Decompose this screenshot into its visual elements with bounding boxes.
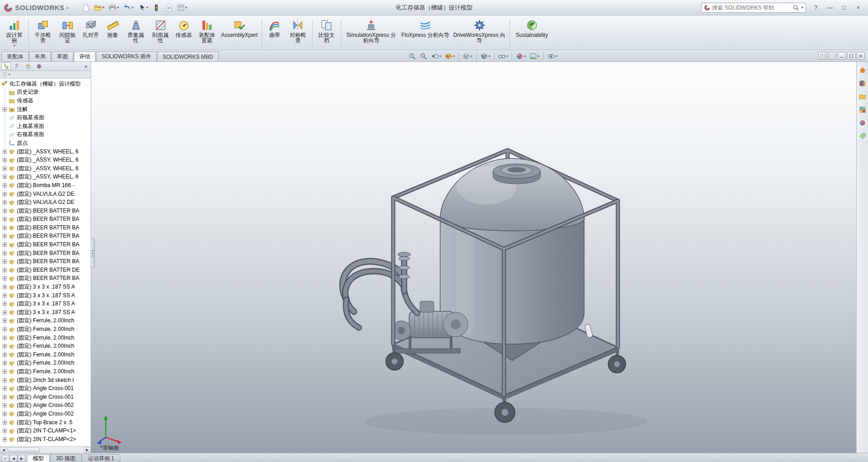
expand-toggle-icon[interactable] [3, 294, 7, 298]
command-tab[interactable]: 布局 [29, 51, 51, 61]
scroll-right-button[interactable]: ▶ [84, 447, 91, 453]
expand-toggle-icon[interactable] [3, 344, 7, 348]
tree-item[interactable]: (固定) Top Brace 2 x .5 [0, 418, 91, 427]
command-tab[interactable]: SOLIDWORKS MBD [157, 51, 219, 61]
propertymanager-tab[interactable] [12, 62, 22, 70]
tree-item[interactable]: (固定) Angle Cross-001 [0, 393, 91, 401]
split-pane-horizontal-button[interactable] [828, 52, 836, 60]
ribbon-button[interactable]: 比较文档 [314, 17, 339, 49]
tree-item[interactable]: (固定) 2inch 3d sketch t [0, 376, 91, 385]
scroll-left-button[interactable]: ◀ [0, 447, 7, 453]
tree-item[interactable]: (固定) Ferrule, 2.00Inch [0, 342, 91, 350]
apply-scene-button[interactable]: ▾ [528, 51, 541, 61]
tree-item[interactable]: (固定) 2IN T-CLAMP<1> [0, 426, 91, 435]
edit-appearance-button[interactable]: ▾ [514, 51, 527, 61]
filter-funnel-icon[interactable] [2, 72, 7, 77]
tree-item[interactable]: (固定) Angle Cross-001 [0, 384, 91, 393]
featuremanager-tab[interactable] [1, 62, 11, 70]
tree-item[interactable]: (固定) BEER BATTER BA [0, 207, 91, 215]
tree-item[interactable]: (固定) Angle Cross-002 [0, 410, 91, 418]
chevron-down-icon[interactable]: ▾ [117, 5, 119, 10]
expand-toggle-icon[interactable] [3, 175, 7, 179]
tree-item[interactable]: (固定) 3 x 3 x .187 SS A [0, 308, 91, 317]
panel-splitter[interactable] [91, 239, 95, 268]
tree-item[interactable]: (固定) BEER BATTER BA [0, 274, 91, 283]
command-tab[interactable]: 评估 [74, 51, 96, 61]
minimize-pane-button[interactable] [837, 52, 846, 60]
expand-toggle-icon[interactable] [3, 310, 7, 315]
expand-toggle-icon[interactable] [3, 412, 7, 416]
expand-toggle-icon[interactable] [3, 429, 7, 433]
design-library-tab[interactable] [858, 79, 867, 88]
panel-tabs-overflow-button[interactable]: » [84, 63, 89, 70]
expand-toggle-icon[interactable] [3, 107, 7, 112]
graphics-viewport[interactable]: *等轴测 [91, 62, 856, 453]
tree-item[interactable]: (固定) BEER BATTER BA [0, 257, 91, 266]
chevron-down-icon[interactable]: ▾ [488, 54, 490, 58]
chevron-down-icon[interactable]: ▾ [185, 5, 187, 10]
chevron-down-icon[interactable]: ▾ [506, 54, 508, 58]
expand-toggle-icon[interactable] [3, 336, 7, 340]
tree-item[interactable]: 上视基准面 [0, 122, 91, 131]
chevron-down-icon[interactable]: ▾ [9, 73, 10, 76]
expand-toggle-icon[interactable] [3, 361, 7, 365]
scrollbar-thumb[interactable] [8, 447, 40, 452]
expand-toggle-icon[interactable] [3, 276, 7, 280]
chevron-down-icon[interactable]: ▾ [538, 54, 539, 58]
tab-scroll-button[interactable]: « [1, 455, 9, 462]
expand-toggle-icon[interactable] [3, 395, 7, 399]
expand-toggle-icon[interactable] [3, 319, 7, 323]
ribbon-button[interactable]: 孔对齐 [80, 17, 102, 49]
model-3d-tank-cart[interactable] [91, 62, 856, 453]
tree-item[interactable]: (固定) Ferrule, 2.00Inch [0, 325, 91, 334]
ribbon-button[interactable]: 剖面属性 [148, 17, 173, 49]
tree-item[interactable]: 历史记录 [0, 88, 91, 97]
expand-toggle-icon[interactable] [3, 200, 7, 204]
ribbon-button[interactable]: AssemblyXpert [219, 17, 260, 49]
ribbon-button[interactable]: DriveWorksXpress 向导 [451, 17, 508, 49]
expand-toggle-icon[interactable] [3, 268, 7, 272]
ribbon-button[interactable]: Sustainability [512, 17, 552, 49]
previous-view-button[interactable]: ▾ [430, 51, 442, 61]
ribbon-button[interactable]: 曲率 [264, 17, 286, 49]
help-search[interactable]: ▾ [701, 3, 806, 13]
new-document-button[interactable] [80, 2, 91, 13]
tree-item[interactable]: 传感器 [0, 96, 91, 105]
solidworks-resources-tab[interactable] [858, 66, 867, 75]
expand-toggle-icon[interactable] [3, 167, 7, 171]
view-orientation-button[interactable]: ▾ [461, 51, 474, 61]
expand-toggle-icon[interactable] [3, 437, 7, 442]
scrollbar-track[interactable] [7, 447, 84, 453]
tree-item[interactable]: (固定) BEER BATTER BA [0, 240, 91, 249]
tree-item[interactable]: (固定) 3 x 3 x .187 SS A [0, 291, 91, 300]
chevron-down-icon[interactable]: ▾ [439, 54, 441, 58]
tree-item[interactable]: (固定) _ASSY, WHEEL, 6 [0, 164, 91, 173]
expand-toggle-icon[interactable] [3, 158, 7, 162]
tree-item[interactable]: (固定) VALVULA G2 DE [0, 198, 91, 207]
command-tab[interactable]: SOLIDWORKS 插件 [96, 51, 157, 61]
ribbon-button[interactable]: FloXpress 分析向导 [400, 17, 451, 49]
tree-item[interactable]: 化工存储器（槽罐）设计模型 [0, 80, 91, 88]
bottom-tab[interactable]: 模型 [27, 454, 50, 462]
expand-toggle-icon[interactable] [3, 234, 7, 238]
expand-toggle-icon[interactable] [3, 209, 7, 213]
tree-item[interactable]: (固定) Angle Cross-002 [0, 401, 91, 410]
help-search-input[interactable] [712, 5, 791, 11]
tree-item[interactable]: (固定) Bomba MR 166 - [0, 181, 91, 190]
expand-toggle-icon[interactable] [3, 370, 7, 374]
tank-manway-cap[interactable] [493, 164, 540, 184]
chevron-down-icon[interactable]: ▾ [801, 5, 803, 10]
expand-toggle-icon[interactable] [3, 183, 7, 188]
appearances-scenes-tab[interactable] [858, 118, 867, 127]
print-button[interactable]: ▾ [107, 2, 120, 13]
ribbon-button[interactable]: 间隙验证 [55, 17, 80, 49]
rebuild-button[interactable] [151, 2, 162, 13]
expand-toggle-icon[interactable] [3, 217, 7, 221]
expand-toggle-icon[interactable] [3, 302, 7, 306]
expand-toggle-icon[interactable] [3, 226, 7, 230]
file-explorer-tab[interactable] [858, 92, 867, 101]
tree-item[interactable]: (固定) BEER BATTER DE [0, 266, 91, 274]
search-icon[interactable] [793, 5, 799, 11]
tree-horizontal-scrollbar[interactable]: ◀ ▶ [0, 446, 91, 453]
tab-scroll-button[interactable]: ▶ [18, 455, 26, 462]
